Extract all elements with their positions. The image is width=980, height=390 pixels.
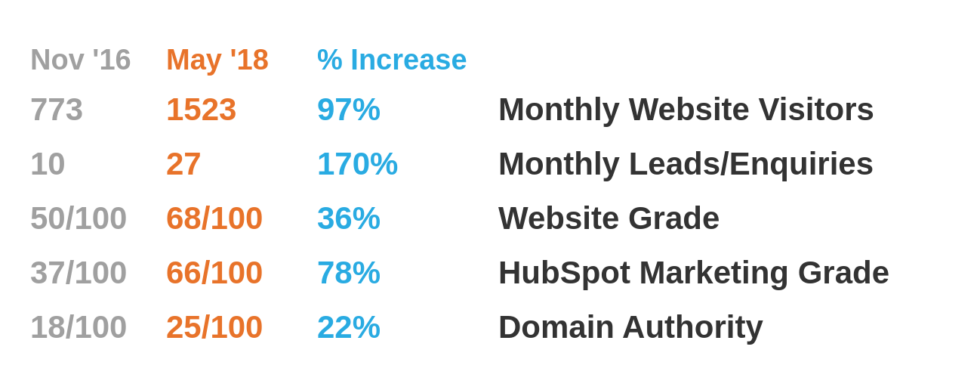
row2-col3: 170% <box>317 137 483 191</box>
row3-label: Website Grade <box>483 191 950 246</box>
row1-col2: 1523 <box>166 82 317 137</box>
header-pct-increase: % Increase <box>317 36 483 82</box>
row4-col1: 37/100 <box>30 246 166 300</box>
row3-col3: 36% <box>317 191 483 246</box>
row5-col2: 25/100 <box>166 300 317 354</box>
header-empty <box>483 36 950 82</box>
header-may18: May '18 <box>166 36 317 82</box>
row1-col3: 97% <box>317 82 483 137</box>
header-nov16: Nov '16 <box>30 36 166 82</box>
row4-col3: 78% <box>317 246 483 300</box>
row2-col2: 27 <box>166 137 317 191</box>
row2-col1: 10 <box>30 137 166 191</box>
row1-col1: 773 <box>30 82 166 137</box>
stats-table: Nov '16 May '18 % Increase 773 1523 97% … <box>0 21 980 370</box>
table-grid: Nov '16 May '18 % Increase 773 1523 97% … <box>30 36 950 354</box>
row4-col2: 66/100 <box>166 246 317 300</box>
row5-col1: 18/100 <box>30 300 166 354</box>
row1-label: Monthly Website Visitors <box>483 82 950 137</box>
row5-col3: 22% <box>317 300 483 354</box>
row2-label: Monthly Leads/Enquiries <box>483 137 950 191</box>
row4-label: HubSpot Marketing Grade <box>483 246 950 300</box>
row3-col2: 68/100 <box>166 191 317 246</box>
row3-col1: 50/100 <box>30 191 166 246</box>
row5-label: Domain Authority <box>483 300 950 354</box>
